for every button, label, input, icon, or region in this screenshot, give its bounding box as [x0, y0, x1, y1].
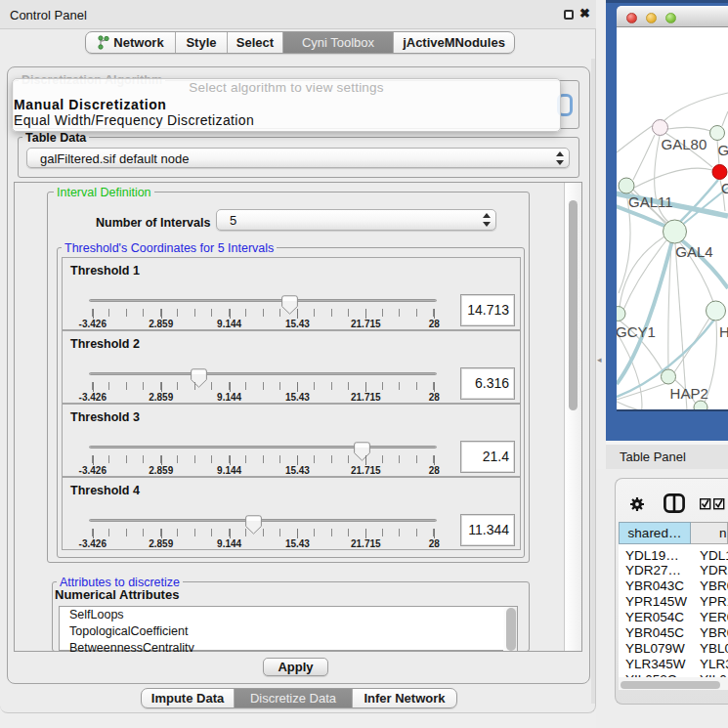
svg-text:GAL80: GAL80 [662, 136, 707, 152]
svg-text:HAP2: HAP2 [670, 385, 708, 402]
svg-text:GAL4: GAL4 [675, 243, 712, 260]
svg-text:GAL11: GAL11 [628, 193, 673, 210]
svg-text:C: C [721, 180, 728, 196]
svg-text:H: H [719, 323, 728, 340]
svg-text:GA: GA [717, 142, 728, 158]
svg-text:GCY1: GCY1 [617, 323, 656, 340]
